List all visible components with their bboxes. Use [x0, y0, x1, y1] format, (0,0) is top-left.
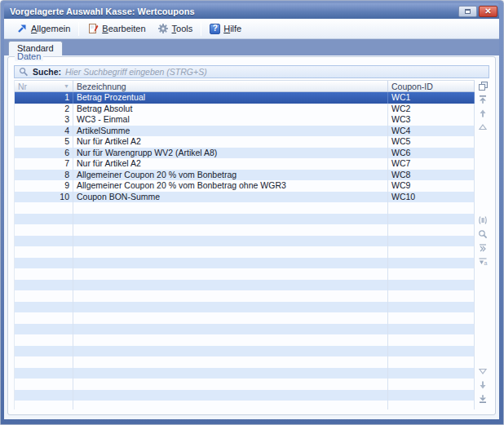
toolbar-item-bearbeiten[interactable]: Bearbeiten — [82, 21, 151, 36]
cell-nr — [15, 356, 73, 368]
cell-coupon-id — [388, 290, 475, 302]
table-row[interactable]: 7Nur für Artikel A2WC7 — [15, 158, 475, 170]
cell-bezeichnung — [73, 302, 388, 313]
cell-coupon-id — [388, 280, 475, 291]
column-header-label: Coupon-ID — [391, 82, 433, 91]
cell-coupon-id — [388, 224, 475, 236]
cell-nr — [15, 334, 73, 346]
cell-nr: 2 — [15, 104, 73, 115]
cell-bezeichnung: ArtikelSumme — [73, 126, 388, 137]
cell-coupon-id — [388, 246, 475, 258]
empty-row — [15, 368, 475, 379]
table-row[interactable]: 3WC3 - EinmalWC3 — [15, 114, 475, 126]
move-down-icon — [478, 380, 488, 390]
scroll-bottom-button[interactable] — [477, 392, 489, 405]
cell-nr — [15, 280, 73, 291]
cell-bezeichnung — [73, 379, 388, 390]
cell-nr: 8 — [15, 170, 73, 181]
cell-bezeichnung — [73, 236, 388, 247]
empty-row — [15, 224, 475, 236]
table-row[interactable]: 2Betrag AbsolutWC2 — [15, 104, 475, 115]
arrow-up-right-icon — [16, 23, 28, 34]
cell-coupon-id — [388, 312, 475, 324]
close-icon: ✕ — [484, 7, 491, 15]
cell-nr — [15, 368, 73, 379]
cell-bezeichnung — [73, 324, 388, 335]
groupbox-label: Daten — [15, 51, 43, 61]
scroll-top-icon — [478, 95, 488, 104]
cell-bezeichnung — [73, 390, 388, 401]
cell-coupon-id — [388, 379, 475, 390]
cell-bezeichnung — [73, 356, 388, 368]
step-up-button[interactable] — [477, 120, 489, 134]
toolbar-item-label: Allgemein — [31, 24, 70, 33]
window-controls: ✕ — [458, 6, 497, 17]
cell-nr — [15, 379, 73, 390]
zoom-button[interactable] — [477, 227, 489, 241]
cell-coupon-id — [388, 334, 475, 346]
table-row[interactable]: 4ArtikelSummeWC4 — [15, 126, 475, 137]
title-bar: Vorgelagerte Auswahl Kasse: Wertcoupons … — [4, 3, 499, 19]
help-icon: ? — [210, 24, 220, 34]
cell-coupon-id — [388, 390, 475, 401]
cell-coupon-id — [388, 302, 475, 313]
search-input[interactable]: Suche: Hier Suchbegriff eingeben (STRG+S… — [14, 65, 489, 78]
scroll-top-button[interactable] — [477, 92, 489, 106]
scroll-bottom-icon — [478, 394, 488, 404]
content-panel: Daten Suche: Hier Suchbegriff eingeben (… — [4, 55, 499, 419]
cell-bezeichnung — [73, 312, 388, 324]
column-header-bezeichnung[interactable]: Bezeichnung — [73, 81, 388, 91]
cell-nr — [15, 312, 73, 324]
cell-bezeichnung — [73, 268, 388, 280]
cell-nr — [15, 268, 73, 280]
toolbar-item-allgemein[interactable]: Allgemein — [11, 21, 76, 36]
cell-nr: 3 — [15, 114, 73, 126]
toolbar-item-label: Bearbeiten — [102, 24, 145, 33]
restore-button[interactable] — [458, 6, 477, 17]
cell-coupon-id — [388, 346, 475, 357]
column-header-coupon-id[interactable]: Coupon-ID — [388, 81, 475, 91]
column-header-label: Nr — [18, 82, 27, 91]
group-panel-button[interactable] — [477, 213, 489, 227]
table-row[interactable]: 8Allgemeiner Coupon 20 % vom BonbetragWC… — [15, 170, 475, 181]
empty-row — [15, 312, 475, 324]
cell-bezeichnung — [73, 202, 388, 214]
cell-nr — [15, 202, 73, 214]
column-chooser-button[interactable] — [477, 80, 489, 92]
cell-coupon-id: WC5 — [388, 136, 475, 148]
main-toolbar: Allgemein Bearbeiten — [4, 19, 499, 39]
table-row[interactable]: 5Nur für Artikel A2WC5 — [15, 136, 475, 148]
toolbar-item-label: Hilfe — [223, 24, 241, 33]
cell-coupon-id — [388, 401, 475, 410]
move-up-button[interactable] — [477, 106, 489, 120]
empty-row — [15, 202, 475, 214]
close-button[interactable]: ✕ — [479, 6, 497, 17]
cell-coupon-id — [388, 268, 475, 280]
cell-coupon-id: WC8 — [388, 170, 475, 181]
empty-row — [15, 346, 475, 357]
sort-filter-button[interactable]: a — [477, 255, 489, 268]
edit-page-icon — [87, 23, 99, 34]
cell-bezeichnung: Betrag Prozentual — [73, 92, 388, 104]
step-down-button[interactable] — [477, 364, 489, 378]
coupon-table: Nr ▼ Bezeichnung Coupon-ID 1Betrag Proze… — [14, 80, 475, 410]
cell-coupon-id: WC9 — [388, 180, 475, 192]
sum-button[interactable] — [477, 241, 489, 255]
toolbar-item-tools[interactable]: Tools — [152, 21, 199, 36]
cell-nr — [15, 236, 73, 247]
cell-bezeichnung: Allgemeiner Coupon 20 % vom Bonbetrag — [73, 170, 388, 181]
table-row[interactable]: 6Nur für Warengrupp WV2 (Artikel A8)WC6 — [15, 148, 475, 159]
empty-row — [15, 268, 475, 280]
cell-bezeichnung — [73, 346, 388, 357]
cell-bezeichnung — [73, 368, 388, 379]
column-header-nr[interactable]: Nr ▼ — [15, 81, 73, 91]
table-row[interactable]: 10Coupon BON-SummeWC10 — [15, 192, 475, 203]
table-row[interactable]: 1Betrag ProzentualWC1 — [15, 92, 475, 104]
table-row[interactable]: 9Allgemeiner Coupon 20 % vom Bonbetrag o… — [15, 180, 475, 192]
empty-row — [15, 214, 475, 225]
toolbar-item-hilfe[interactable]: ? Hilfe — [204, 22, 247, 36]
cell-coupon-id — [388, 214, 475, 225]
empty-row — [15, 356, 475, 368]
empty-row — [15, 280, 475, 291]
move-down-button[interactable] — [477, 378, 489, 392]
